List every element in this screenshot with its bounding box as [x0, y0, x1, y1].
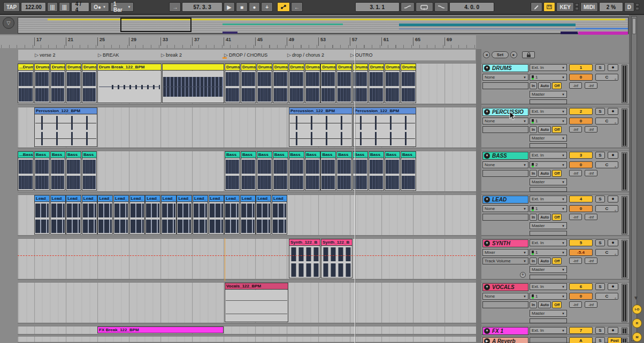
monitor-auto-button[interactable]: Auto: [538, 258, 551, 264]
monitor-auto-button[interactable]: Auto: [538, 82, 551, 89]
clip-synth[interactable]: Synth_122_B: [289, 239, 320, 278]
clip-bass[interactable]: Bass_: [82, 151, 97, 191]
input-type-dropdown[interactable]: Ext. In▼: [530, 108, 567, 115]
track-number-activator[interactable]: 1: [569, 64, 593, 71]
clip-bass[interactable]: Bass_: [225, 151, 240, 191]
fold-icon[interactable]: ▼: [484, 65, 490, 71]
send-b-field[interactable]: -inf: [585, 258, 597, 264]
scroll-down-icon[interactable]: ▼: [633, 295, 639, 301]
clip-percussion[interactable]: Percussion_122_BPM: [289, 107, 352, 147]
track-name-synth[interactable]: ▼SYNTH: [482, 239, 528, 247]
input-type-dropdown[interactable]: Ext. In▼: [530, 283, 567, 290]
input-channel-dropdown[interactable]: 1▼: [530, 205, 567, 212]
next-locator-button[interactable]: ►: [510, 51, 517, 58]
input-channel-dropdown[interactable]: 1▼: [530, 249, 567, 256]
clip-drums[interactable]: Drums: [34, 64, 50, 103]
clip-lead[interactable]: Lead_: [209, 195, 224, 235]
track-name-lead[interactable]: ▼LEAD: [482, 196, 528, 204]
clip-bass[interactable]: Bass_: [257, 151, 272, 191]
track-number-activator[interactable]: 4: [569, 196, 593, 202]
volume-field[interactable]: 0: [569, 118, 593, 124]
clip-drums[interactable]: Drums: [305, 64, 320, 103]
arm-record-button[interactable]: ●: [608, 152, 618, 159]
monitor-off-button[interactable]: Off: [552, 301, 562, 308]
clip-drums[interactable]: Drums: [225, 64, 240, 103]
send-a-field[interactable]: -inf: [569, 170, 582, 176]
monitor-in-button[interactable]: In: [530, 170, 537, 177]
clip-bass[interactable]: Bass_: [385, 151, 400, 191]
clip-synth[interactable]: Synth_122_B: [321, 239, 352, 278]
track-lane-fx-1[interactable]: FX Break_122_BPM: [18, 326, 476, 335]
clip-drums[interactable]: Drums: [289, 64, 304, 103]
lock-envelopes-button[interactable]: [522, 51, 535, 58]
monitor-off-button[interactable]: Off: [552, 214, 562, 221]
input-type-dropdown[interactable]: Ext. In▼: [530, 327, 567, 334]
pan-field[interactable]: C◄: [595, 249, 618, 256]
output-dropdown[interactable]: Master▼: [530, 222, 567, 229]
clip-bass[interactable]: Bass_: [241, 151, 256, 191]
output-dropdown[interactable]: Master▼: [530, 178, 567, 185]
mapping-dropdown[interactable]: None▼: [482, 205, 528, 212]
track-lane-lead[interactable]: Lead_Lead_Lead_Lead_Lead_Lead_Lead_Lead_…: [18, 194, 476, 236]
solo-button[interactable]: S: [595, 327, 605, 334]
clip-lead[interactable]: Lead_: [256, 195, 271, 235]
clip-bass[interactable]: Bass_: [289, 151, 304, 191]
track-number-activator[interactable]: 6: [569, 283, 593, 290]
clip-drums[interactable]: Drums: [257, 64, 272, 103]
send-b-field[interactable]: -inf: [585, 126, 597, 132]
clip-vocals[interactable]: Vocals_122_BPM: [225, 283, 288, 322]
solo-button[interactable]: S: [595, 196, 605, 202]
show-mixer-button[interactable]: M: [632, 332, 642, 342]
clip-bass[interactable]: ...Bass: [18, 151, 34, 191]
clip-bass[interactable]: Bass_: [369, 151, 384, 191]
volume-field[interactable]: 0: [569, 293, 593, 300]
track-name-a-reverb[interactable]: ▶A Reverb: [482, 337, 528, 343]
send-b-field[interactable]: -inf: [585, 170, 597, 176]
volume-field[interactable]: 0: [569, 161, 593, 168]
monitor-auto-button[interactable]: Auto: [538, 301, 551, 308]
solo-button[interactable]: S: [595, 64, 605, 71]
clip-drums[interactable]: Drums: [369, 64, 384, 103]
fold-icon[interactable]: ▼: [484, 153, 490, 159]
monitor-in-button[interactable]: In: [530, 126, 537, 133]
clip-lead[interactable]: Lead_: [240, 195, 256, 235]
fold-icon[interactable]: ▼: [484, 284, 490, 290]
mapping2-dropdown[interactable]: Track Volume▼: [482, 258, 528, 264]
input-type-dropdown[interactable]: Ext. In▼: [530, 64, 567, 71]
track-number-activator[interactable]: 5: [569, 239, 593, 246]
output-dropdown[interactable]: Master▼: [530, 266, 567, 273]
clip-drums[interactable]: Drums: [336, 64, 352, 103]
input-channel-dropdown[interactable]: 1▼: [530, 74, 567, 81]
clip-drums[interactable]: [162, 64, 224, 103]
monitor-auto-button[interactable]: Auto: [538, 214, 551, 221]
clip-drums[interactable]: Drums: [50, 64, 65, 103]
track-name-bass[interactable]: ▼BASS: [482, 152, 528, 160]
send-b-field[interactable]: -inf: [585, 82, 597, 89]
clip-lead[interactable]: Lead_: [161, 195, 177, 235]
arm-record-button[interactable]: ●: [608, 108, 618, 115]
track-number-activator[interactable]: 3: [569, 152, 593, 159]
volume-field[interactable]: 0: [569, 205, 593, 212]
clip-percussion[interactable]: Percussion_122_BPM: [34, 107, 97, 147]
mapping-dropdown[interactable]: None▼: [482, 293, 528, 300]
pan-field[interactable]: C◄: [595, 161, 618, 168]
monitor-off-button[interactable]: Off: [552, 82, 562, 89]
clip-drums[interactable]: ...Drum: [18, 64, 34, 103]
mapping-dropdown[interactable]: None▼: [482, 161, 528, 168]
solo-button[interactable]: S: [595, 239, 605, 246]
track-name-vocals[interactable]: ▼VOCALS: [482, 283, 528, 291]
clip-drums[interactable]: Drums: [385, 64, 400, 103]
clip-percussion[interactable]: Percussion_122_BPM: [353, 107, 416, 147]
monitor-auto-button[interactable]: Auto: [538, 170, 551, 177]
clip-fx-1[interactable]: FX Break_122_BPM: [97, 326, 224, 333]
track-number-activator[interactable]: 7: [569, 327, 593, 334]
pan-field[interactable]: C◄: [595, 205, 618, 212]
clip-lead[interactable]: Lead_: [272, 195, 287, 235]
input-type-dropdown[interactable]: Ext. In▼: [530, 152, 567, 159]
send-a-field[interactable]: -inf: [569, 214, 582, 220]
post-fader-button[interactable]: Post: [608, 337, 622, 343]
output-dropdown[interactable]: Master▼: [530, 310, 567, 317]
clip-bass[interactable]: Bass_: [50, 151, 65, 191]
clip-lead[interactable]: Lead_: [145, 195, 160, 235]
track-name-percussio[interactable]: ▼PERCUSSIO: [482, 108, 528, 116]
